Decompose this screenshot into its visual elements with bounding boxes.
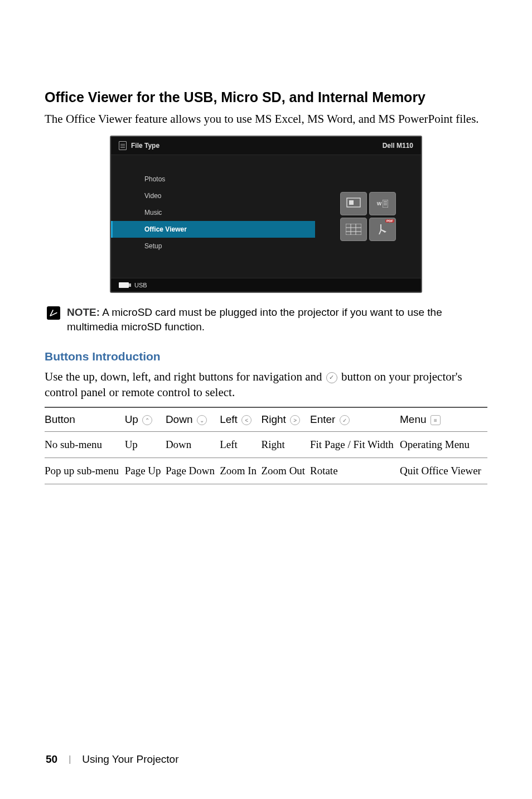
cell: Zoom Out <box>262 458 310 484</box>
cell: Zoom In <box>220 458 261 484</box>
thumb-presentation-icon <box>340 192 367 215</box>
up-icon: ⌃ <box>142 415 152 425</box>
right-icon: > <box>290 415 300 425</box>
col-left: Left < <box>220 407 261 432</box>
col-right: Right > <box>262 407 310 432</box>
cell: No sub-menu <box>45 432 125 458</box>
thumb-word-label: W <box>377 201 382 206</box>
down-icon: ⌄ <box>197 415 207 425</box>
screenshot-menu: Photos Video Music Office Viewer Setup <box>111 155 315 278</box>
thumb-word-icon: W <box>369 192 396 215</box>
menu-item-setup[interactable]: Setup <box>111 238 315 254</box>
cell: Right <box>262 432 310 458</box>
note-row: NOTE: A microSD card must be plugged int… <box>45 305 487 334</box>
page-number: 50 <box>46 753 57 766</box>
enter-icon: ✓ <box>340 415 350 425</box>
cell: Operating Menu <box>400 432 487 458</box>
screenshot-header-right: Dell M110 <box>383 142 413 150</box>
note-body: A microSD card must be plugged into the … <box>67 306 442 333</box>
projector-menu-screenshot: File Type Dell M110 Photos Video Music O… <box>110 136 422 293</box>
cell: Rotate <box>310 458 400 484</box>
footer-separator: | <box>69 754 71 764</box>
cell: Pop up sub-menu <box>45 458 125 484</box>
usb-icon <box>119 282 129 288</box>
table-row: No sub-menu Up Down Left Right Fit Page … <box>45 432 487 458</box>
screenshot-container: File Type Dell M110 Photos Video Music O… <box>45 136 487 293</box>
buttons-intro-heading: Buttons Introduction <box>45 350 487 363</box>
page-footer: 50 | Using Your Projector <box>46 753 179 766</box>
screenshot-header: File Type Dell M110 <box>111 137 421 155</box>
cell: Up <box>125 432 166 458</box>
menu-icon: ≡ <box>431 415 441 425</box>
menu-item-video[interactable]: Video <box>111 187 315 204</box>
cell: Left <box>220 432 261 458</box>
section-title: Office Viewer for the USB, Micro SD, and… <box>45 89 487 105</box>
note-icon <box>47 306 60 320</box>
cell: Page Down <box>166 458 220 484</box>
screenshot-footer-label: USB <box>134 282 147 288</box>
intro-paragraph: The Office Viewer feature allows you to … <box>45 111 487 127</box>
svg-rect-2 <box>383 200 388 208</box>
cell: Down <box>166 432 220 458</box>
cell: Quit Office Viewer <box>400 458 487 484</box>
pdf-badge: PDF <box>385 219 394 223</box>
col-up: Up ⌃ <box>125 407 166 432</box>
col-menu: Menu ≡ <box>400 407 487 432</box>
col-button: Button <box>45 407 125 432</box>
menu-item-photos[interactable]: Photos <box>111 171 315 187</box>
cell: Fit Page / Fit Width <box>310 432 400 458</box>
left-icon: < <box>241 415 252 425</box>
sub-intro-a: Use the up, down, left, and right button… <box>45 370 325 383</box>
svg-rect-6 <box>346 224 361 235</box>
screenshot-header-left: File Type <box>131 142 159 150</box>
buttons-intro-paragraph: Use the up, down, left, and right button… <box>45 369 487 401</box>
col-down: Down ⌄ <box>166 407 220 432</box>
buttons-table: Button Up ⌃ Down ⌄ Left < Right > Enter … <box>45 407 487 484</box>
menu-item-music[interactable]: Music <box>111 204 315 221</box>
thumb-pdf-icon: PDF <box>369 218 396 241</box>
note-label: NOTE: <box>67 306 100 318</box>
table-row: Pop up sub-menu Page Up Page Down Zoom I… <box>45 458 487 484</box>
cell: Page Up <box>125 458 166 484</box>
screenshot-thumbnails: W PDF <box>315 155 421 278</box>
thumb-excel-icon <box>340 218 367 241</box>
col-enter: Enter ✓ <box>310 407 400 432</box>
svg-rect-1 <box>349 200 354 205</box>
check-circle-icon: ✓ <box>326 372 337 383</box>
file-type-icon <box>119 141 127 150</box>
menu-item-office-viewer[interactable]: Office Viewer <box>111 221 315 238</box>
screenshot-footer: USB <box>111 278 421 292</box>
footer-section-label: Using Your Projector <box>82 753 178 766</box>
